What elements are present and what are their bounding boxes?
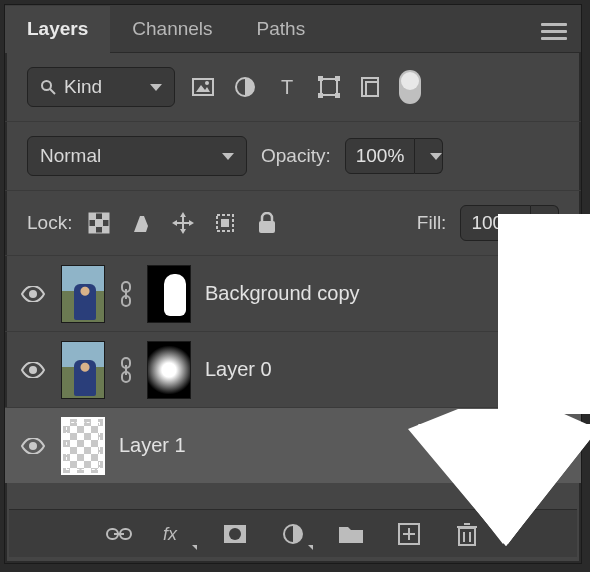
svg-rect-22: [259, 221, 275, 233]
svg-point-0: [42, 81, 51, 90]
svg-rect-15: [89, 213, 96, 220]
svg-point-37: [229, 528, 241, 540]
chevron-down-icon: [430, 153, 442, 160]
chevron-down-icon: [222, 153, 234, 160]
filter-kind-label: Kind: [64, 76, 102, 98]
svg-rect-8: [318, 76, 323, 81]
layer-row[interactable]: Layer 1: [5, 407, 581, 483]
filter-kind-dropdown[interactable]: Kind: [27, 67, 175, 107]
layer-thumbnail[interactable]: [61, 417, 105, 475]
lock-row: Lock: Fill: 100%: [5, 191, 581, 255]
svg-point-27: [29, 366, 37, 374]
lock-artboard-icon[interactable]: [212, 210, 238, 236]
svg-point-23: [29, 290, 37, 298]
blend-mode-value: Normal: [40, 145, 101, 167]
mask-thumbnail[interactable]: [147, 265, 191, 323]
lock-image-icon[interactable]: [128, 210, 154, 236]
svg-rect-2: [193, 79, 213, 95]
opacity-label: Opacity:: [261, 145, 331, 167]
blend-row: Normal Opacity: 100%: [5, 122, 581, 191]
new-adjustment-icon[interactable]: [279, 520, 307, 548]
add-mask-icon[interactable]: [221, 520, 249, 548]
filter-type-icon[interactable]: T: [273, 73, 301, 101]
lock-all-icon[interactable]: [254, 210, 280, 236]
visibility-toggle[interactable]: [19, 356, 47, 384]
layers-list: Background copy Layer 0 Layer 1: [5, 255, 581, 483]
layer-name[interactable]: Background copy: [205, 282, 567, 305]
svg-rect-17: [95, 219, 103, 227]
svg-rect-10: [318, 93, 323, 98]
svg-rect-42: [459, 528, 475, 545]
svg-text:fx: fx: [163, 524, 178, 544]
svg-rect-21: [221, 219, 229, 227]
new-group-icon[interactable]: [337, 520, 365, 548]
opacity-field-wrap: 100%: [345, 138, 444, 174]
svg-rect-16: [102, 213, 109, 220]
search-icon: [40, 79, 56, 95]
visibility-toggle[interactable]: [19, 432, 47, 460]
filter-smartobject-icon[interactable]: [357, 73, 385, 101]
mask-link-icon[interactable]: [119, 355, 133, 385]
opacity-input[interactable]: 100%: [345, 138, 416, 174]
mask-thumbnail[interactable]: [147, 341, 191, 399]
layers-bottom-bar: fx: [9, 509, 577, 557]
layers-panel: Layers Channels Paths Kind T: [4, 4, 582, 564]
layer-row[interactable]: Background copy: [5, 255, 581, 331]
svg-line-1: [50, 89, 55, 94]
chevron-down-icon: [150, 84, 162, 91]
submenu-indicator-icon: [192, 545, 197, 550]
layer-row[interactable]: Layer 0: [5, 331, 581, 407]
tab-paths[interactable]: Paths: [235, 5, 328, 52]
layer-thumbnail[interactable]: [61, 341, 105, 399]
new-layer-icon[interactable]: [395, 520, 423, 548]
lock-transparency-icon[interactable]: [86, 210, 112, 236]
tab-layers[interactable]: Layers: [5, 6, 110, 53]
layer-thumbnail[interactable]: [61, 265, 105, 323]
layer-name[interactable]: Layer 1: [119, 434, 567, 457]
filter-pixel-icon[interactable]: [189, 73, 217, 101]
delete-layer-icon[interactable]: [453, 520, 481, 548]
svg-point-4: [205, 81, 209, 85]
svg-rect-18: [89, 226, 96, 233]
fill-label: Fill:: [417, 212, 447, 234]
blend-mode-dropdown[interactable]: Normal: [27, 136, 247, 176]
fill-field-wrap: 100%: [460, 205, 559, 241]
svg-marker-3: [196, 85, 210, 92]
fill-input[interactable]: 100%: [460, 205, 531, 241]
filter-shape-icon[interactable]: [315, 73, 343, 101]
svg-point-31: [29, 442, 37, 450]
layer-name[interactable]: Layer 0: [205, 358, 567, 381]
svg-rect-13: [366, 82, 378, 96]
visibility-toggle[interactable]: [19, 280, 47, 308]
svg-rect-11: [335, 93, 340, 98]
svg-text:T: T: [281, 77, 293, 97]
layer-fx-icon[interactable]: fx: [163, 520, 191, 548]
tab-bar: Layers Channels Paths: [5, 5, 581, 53]
mask-link-icon[interactable]: [119, 279, 133, 309]
svg-rect-7: [321, 79, 337, 95]
lock-position-icon[interactable]: [170, 210, 196, 236]
chevron-down-icon: [546, 220, 558, 227]
filter-adjustment-icon[interactable]: [231, 73, 259, 101]
link-layers-icon[interactable]: [105, 520, 133, 548]
tab-channels[interactable]: Channels: [110, 5, 234, 52]
filter-toggle[interactable]: [399, 70, 421, 104]
svg-rect-9: [335, 76, 340, 81]
panel-menu-icon[interactable]: [541, 19, 567, 39]
fill-stepper[interactable]: [531, 205, 559, 241]
submenu-indicator-icon: [308, 545, 313, 550]
opacity-stepper[interactable]: [415, 138, 443, 174]
lock-label: Lock:: [27, 212, 72, 234]
layer-filter-row: Kind T: [5, 53, 581, 122]
lock-icons: [86, 210, 280, 236]
svg-rect-19: [102, 226, 109, 233]
